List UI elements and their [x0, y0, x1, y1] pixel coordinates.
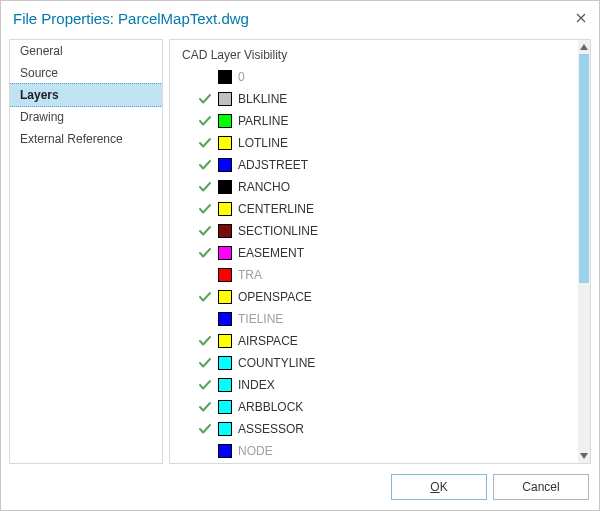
layer-row[interactable]: AIRSPACE [198, 330, 578, 352]
visible-check-icon[interactable] [198, 181, 212, 193]
layer-label: CENTERLINE [238, 202, 314, 216]
layer-row[interactable]: NODE [198, 440, 578, 462]
visible-check-icon[interactable] [198, 225, 212, 237]
color-swatch [218, 180, 232, 194]
sidebar-item-source[interactable]: Source [10, 62, 162, 84]
color-swatch [218, 92, 232, 106]
sidebar-item-layers[interactable]: Layers [9, 83, 163, 107]
chevron-down-icon [580, 453, 588, 459]
scrollbar-vertical[interactable] [578, 40, 590, 463]
layer-row[interactable]: TIELINE [198, 308, 578, 330]
layer-label: EASEMENT [238, 246, 304, 260]
layer-label: ASSESSOR [238, 422, 304, 436]
sidebar-item-label: Source [20, 66, 58, 80]
section-title: CAD Layer Visibility [182, 48, 578, 62]
dialog-body: GeneralSourceLayersDrawingExternal Refer… [1, 35, 599, 464]
layer-row[interactable]: ASSESSOR [198, 418, 578, 440]
visible-check-icon[interactable] [198, 115, 212, 127]
layer-label: AIRSPACE [238, 334, 298, 348]
layer-label: OPENSPACE [238, 290, 312, 304]
sidebar-item-external-reference[interactable]: External Reference [10, 128, 162, 150]
layer-row[interactable]: COUNTYLINE [198, 352, 578, 374]
layer-label: COUNTYLINE [238, 356, 315, 370]
color-swatch [218, 158, 232, 172]
layer-row[interactable]: CENTERLINE [198, 198, 578, 220]
layer-list: 0BLKLINEPARLINELOTLINEADJSTREETRANCHOCEN… [182, 66, 578, 462]
scroll-track[interactable] [578, 54, 590, 449]
color-swatch [218, 70, 232, 84]
main-scroll-area: CAD Layer Visibility 0BLKLINEPARLINELOTL… [170, 40, 578, 463]
chevron-up-icon [580, 44, 588, 50]
layer-row[interactable]: INDEX [198, 374, 578, 396]
color-swatch [218, 312, 232, 326]
layer-row[interactable]: SECTIONLINE [198, 220, 578, 242]
ok-button[interactable]: OK [391, 474, 487, 500]
color-swatch [218, 378, 232, 392]
ok-button-label: OK [430, 480, 447, 494]
sidebar-item-label: External Reference [20, 132, 123, 146]
visible-check-icon[interactable] [198, 291, 212, 303]
layer-row[interactable]: ADJSTREET [198, 154, 578, 176]
color-swatch [218, 268, 232, 282]
visible-check-icon[interactable] [198, 93, 212, 105]
color-swatch [218, 224, 232, 238]
layer-label: RANCHO [238, 180, 290, 194]
close-button[interactable] [573, 10, 589, 26]
layer-label: TIELINE [238, 312, 283, 326]
titlebar: File Properties: ParcelMapText.dwg [1, 1, 599, 35]
layer-label: LOTLINE [238, 136, 288, 150]
layer-row[interactable]: BLKLINE [198, 88, 578, 110]
sidebar-item-general[interactable]: General [10, 40, 162, 62]
color-swatch [218, 136, 232, 150]
layer-label: 0 [238, 70, 245, 84]
layer-row[interactable]: OPENSPACE [198, 286, 578, 308]
sidebar-item-drawing[interactable]: Drawing [10, 106, 162, 128]
sidebar-item-label: Layers [20, 88, 59, 102]
sidebar: GeneralSourceLayersDrawingExternal Refer… [9, 39, 163, 464]
main-panel: CAD Layer Visibility 0BLKLINEPARLINELOTL… [169, 39, 591, 464]
layer-label: SECTIONLINE [238, 224, 318, 238]
close-icon [576, 13, 586, 23]
dialog-title: File Properties: ParcelMapText.dwg [13, 10, 249, 27]
color-swatch [218, 422, 232, 436]
layer-row[interactable]: RANCHO [198, 176, 578, 198]
layer-row[interactable]: LOTLINE [198, 132, 578, 154]
visible-check-icon[interactable] [198, 401, 212, 413]
visible-check-icon[interactable] [198, 137, 212, 149]
visible-check-icon[interactable] [198, 379, 212, 391]
layer-row[interactable]: EASEMENT [198, 242, 578, 264]
layer-row[interactable]: ARBBLOCK [198, 396, 578, 418]
sidebar-item-label: Drawing [20, 110, 64, 124]
scroll-up-button[interactable] [578, 40, 590, 54]
layer-label: PARLINE [238, 114, 288, 128]
layer-label: TRA [238, 268, 262, 282]
cancel-button[interactable]: Cancel [493, 474, 589, 500]
layer-row[interactable]: TRA [198, 264, 578, 286]
layer-label: NODE [238, 444, 273, 458]
scroll-down-button[interactable] [578, 449, 590, 463]
visible-check-icon[interactable] [198, 159, 212, 171]
color-swatch [218, 334, 232, 348]
visible-check-icon[interactable] [198, 335, 212, 347]
layer-label: INDEX [238, 378, 275, 392]
file-properties-dialog: File Properties: ParcelMapText.dwg Gener… [0, 0, 600, 511]
layer-label: ADJSTREET [238, 158, 308, 172]
visible-check-icon[interactable] [198, 357, 212, 369]
layer-row[interactable]: 0 [198, 66, 578, 88]
color-swatch [218, 114, 232, 128]
visible-check-icon[interactable] [198, 423, 212, 435]
color-swatch [218, 290, 232, 304]
cancel-button-label: Cancel [522, 480, 559, 494]
color-swatch [218, 202, 232, 216]
sidebar-item-label: General [20, 44, 63, 58]
color-swatch [218, 400, 232, 414]
dialog-footer: OK Cancel [1, 464, 599, 510]
color-swatch [218, 444, 232, 458]
layer-row[interactable]: PARLINE [198, 110, 578, 132]
color-swatch [218, 356, 232, 370]
visible-check-icon[interactable] [198, 203, 212, 215]
layer-label: ARBBLOCK [238, 400, 303, 414]
scroll-thumb[interactable] [579, 54, 589, 283]
visible-check-icon[interactable] [198, 247, 212, 259]
color-swatch [218, 246, 232, 260]
